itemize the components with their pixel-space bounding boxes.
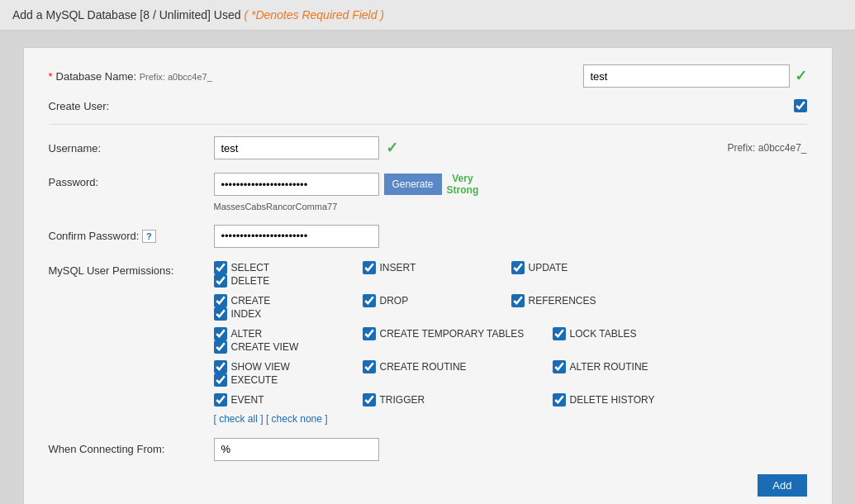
perm-references: REFERENCES: [511, 294, 652, 307]
perm-cv-checkbox[interactable]: [214, 340, 227, 354]
perm-ar-checkbox[interactable]: [553, 360, 566, 373]
perm-row-5: EVENT TRIGGER DELETE HISTORY: [214, 393, 807, 407]
perm-lock: LOCK TABLES: [553, 327, 693, 340]
header-title: Add a MySQL Database [8 / Unlimited] Use…: [12, 8, 241, 21]
perm-lock-checkbox[interactable]: [553, 327, 566, 340]
confirm-password-input[interactable]: [214, 225, 379, 248]
perm-cr: CREATE ROUTINE: [363, 360, 544, 373]
username-prefix: Prefix: a0bcc4e7_: [727, 142, 806, 154]
perm-dh-checkbox[interactable]: [553, 393, 566, 407]
perm-event: EVENT: [214, 393, 354, 407]
perm-create-checkbox[interactable]: [214, 294, 227, 307]
page-header: Add a MySQL Database [8 / Unlimited] Use…: [0, 0, 855, 31]
perm-drop-checkbox[interactable]: [363, 294, 376, 307]
form-container: * Database Name: Prefix: a0bcc4e7_ ✓ Cre…: [23, 47, 833, 504]
username-control: ✓: [214, 136, 711, 159]
perm-alter: ALTER: [214, 327, 354, 340]
check-links: [ check all ] [ check none ]: [214, 413, 807, 425]
connecting-from-input[interactable]: [214, 438, 379, 461]
required-star: *: [49, 70, 53, 83]
db-name-label: Database Name:: [56, 70, 137, 83]
confirm-password-label: Confirm Password: ?: [49, 230, 214, 242]
create-user-row: Create User:: [49, 99, 807, 112]
perm-sv: SHOW VIEW: [214, 360, 354, 373]
perm-drop: DROP: [363, 294, 503, 307]
perm-dh: DELETE HISTORY: [553, 393, 693, 407]
confirm-help-btn[interactable]: ?: [142, 230, 156, 243]
db-name-checkmark: ✓: [795, 67, 807, 85]
perm-exec: EXECUTE: [214, 373, 354, 387]
when-connecting-control: [214, 438, 807, 461]
perm-trigger-checkbox[interactable]: [363, 393, 376, 407]
password-row: Password: Generate Very Strong MassesCab…: [49, 173, 807, 212]
db-name-right: ✓: [583, 64, 807, 88]
password-control: Generate Very Strong MassesCabsRancorCom…: [214, 173, 807, 212]
perm-index-checkbox[interactable]: [214, 307, 227, 321]
perm-exec-checkbox[interactable]: [214, 373, 227, 387]
password-strength: Very Strong: [447, 173, 479, 197]
perm-delete: DELETE: [214, 274, 354, 288]
perm-ctt-checkbox[interactable]: [363, 327, 376, 340]
password-input[interactable]: [214, 173, 379, 196]
perm-create: CREATE: [214, 294, 354, 307]
perm-cv: CREATE VIEW: [214, 340, 354, 354]
perm-row-4: SHOW VIEW CREATE ROUTINE ALTER ROUTINE E…: [214, 360, 807, 387]
username-checkmark: ✓: [386, 139, 398, 157]
divider1: [49, 124, 807, 125]
confirm-password-control: [214, 225, 807, 248]
perm-row-3: ALTER CREATE TEMPORARY TABLES LOCK TABLE…: [214, 327, 807, 354]
perm-ar: ALTER ROUTINE: [553, 360, 693, 373]
perm-insert-checkbox[interactable]: [363, 261, 376, 274]
when-connecting-row: When Connecting From:: [49, 438, 807, 461]
perm-event-checkbox[interactable]: [214, 393, 227, 407]
database-name-row: * Database Name: Prefix: a0bcc4e7_ ✓: [49, 64, 807, 88]
perm-update-checkbox[interactable]: [511, 261, 525, 274]
password-label: Password:: [49, 173, 214, 188]
database-name-input[interactable]: [583, 64, 790, 88]
check-none-link[interactable]: [ check none ]: [266, 413, 328, 425]
btn-row: Add: [49, 474, 807, 497]
perm-ctt: CREATE TEMPORARY TABLES: [363, 327, 544, 340]
add-button[interactable]: Add: [758, 474, 806, 497]
permissions-grid: SELECT INSERT UPDATE DELETE: [214, 261, 807, 425]
db-name-left: * Database Name: Prefix: a0bcc4e7_: [49, 70, 212, 83]
perm-select: SELECT: [214, 261, 354, 274]
create-user-label: Create User:: [49, 100, 110, 112]
perm-cr-checkbox[interactable]: [363, 360, 376, 373]
username-input[interactable]: [214, 136, 379, 159]
permissions-row: MySQL User Permissions: SELECT INSERT UP…: [49, 261, 807, 425]
required-note: ( *Denotes Required Field ): [244, 8, 384, 21]
confirm-password-row: Confirm Password: ?: [49, 225, 807, 248]
db-name-label-block: Database Name: Prefix: a0bcc4e7_: [56, 70, 212, 83]
perm-row-2: CREATE DROP REFERENCES INDEX: [214, 294, 807, 321]
perm-delete-checkbox[interactable]: [214, 274, 227, 288]
generate-button[interactable]: Generate: [384, 174, 442, 195]
create-user-checkbox[interactable]: [794, 99, 807, 112]
perm-alter-checkbox[interactable]: [214, 327, 227, 340]
db-name-prefix: Prefix: a0bcc4e7_: [140, 72, 212, 82]
username-row: Username: ✓ Prefix: a0bcc4e7_: [49, 136, 807, 159]
permissions-label: MySQL User Permissions:: [49, 261, 214, 277]
perm-references-checkbox[interactable]: [511, 294, 525, 307]
password-hint: MassesCabsRancorComma77: [214, 202, 338, 212]
check-all-link[interactable]: [ check all ]: [214, 413, 264, 425]
when-connecting-label: When Connecting From:: [49, 443, 214, 455]
perm-update: UPDATE: [511, 261, 652, 274]
perm-index: INDEX: [214, 307, 354, 321]
perm-insert: INSERT: [363, 261, 503, 274]
perm-row-1: SELECT INSERT UPDATE DELETE: [214, 261, 807, 288]
perm-trigger: TRIGGER: [363, 393, 544, 407]
username-label: Username:: [49, 142, 214, 155]
perm-select-checkbox[interactable]: [214, 261, 227, 274]
password-input-row: Generate Very Strong: [214, 173, 479, 197]
perm-sv-checkbox[interactable]: [214, 360, 227, 373]
